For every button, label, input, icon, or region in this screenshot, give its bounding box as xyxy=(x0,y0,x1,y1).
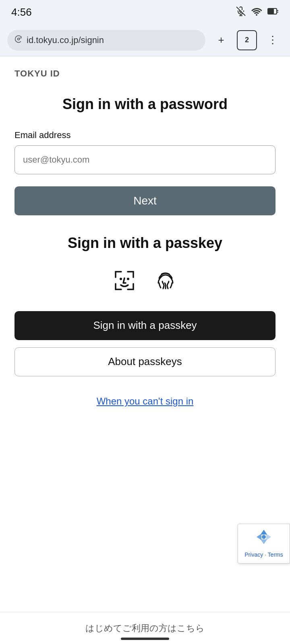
recaptcha-terms[interactable]: Terms xyxy=(268,551,283,558)
password-section: Sign in with a password Email address Ne… xyxy=(14,95,276,235)
passkey-section: Sign in with a passkey xyxy=(14,235,276,396)
recaptcha-text: Privacy · Terms xyxy=(244,551,283,559)
svg-point-10 xyxy=(262,535,266,539)
svg-point-9 xyxy=(127,278,129,280)
mute-icon xyxy=(236,6,246,18)
recaptcha-separator: · xyxy=(265,551,266,558)
svg-point-8 xyxy=(120,278,122,280)
page-content: TOKYU ID Sign in with a password Email a… xyxy=(0,56,290,612)
next-button[interactable]: Next xyxy=(14,186,276,215)
password-section-title: Sign in with a password xyxy=(14,95,276,114)
new-tab-button[interactable]: + xyxy=(211,30,231,50)
tab-count-button[interactable]: 2 xyxy=(237,30,257,50)
wifi-icon xyxy=(251,7,262,18)
bottom-link[interactable]: はじめてご利用の方はこちら xyxy=(85,622,205,634)
recaptcha-badge: Privacy · Terms xyxy=(238,524,290,564)
url-text: id.tokyu.co.jp/signin xyxy=(27,35,104,45)
browser-bar: id.tokyu.co.jp/signin + 2 ⋮ xyxy=(0,24,290,56)
url-bar[interactable]: id.tokyu.co.jp/signin xyxy=(7,30,205,51)
menu-button[interactable]: ⋮ xyxy=(263,30,283,50)
passkey-icons-row xyxy=(14,266,276,297)
battery-icon xyxy=(267,7,279,18)
bottom-bar: はじめてご利用の方はこちら xyxy=(0,612,290,644)
brand-title: TOKYU ID xyxy=(14,68,276,79)
recaptcha-privacy[interactable]: Privacy xyxy=(244,551,263,558)
svg-rect-6 xyxy=(268,9,274,14)
cant-signin-link[interactable]: When you can't sign in xyxy=(14,396,276,407)
passkey-button[interactable]: Sign in with a passkey xyxy=(14,311,276,340)
svg-point-7 xyxy=(18,38,20,40)
status-icons xyxy=(236,6,279,18)
email-input[interactable] xyxy=(14,145,276,174)
passkey-section-title: Sign in with a passkey xyxy=(14,235,276,252)
status-bar: 4:56 xyxy=(0,0,290,24)
recaptcha-logo xyxy=(255,528,273,549)
status-time: 4:56 xyxy=(11,6,32,19)
bottom-handle xyxy=(121,638,169,640)
email-label: Email address xyxy=(14,130,276,140)
fingerprint-icon xyxy=(151,266,180,297)
url-icon xyxy=(14,35,23,45)
face-id-icon xyxy=(110,266,139,297)
about-passkeys-button[interactable]: About passkeys xyxy=(14,347,276,376)
